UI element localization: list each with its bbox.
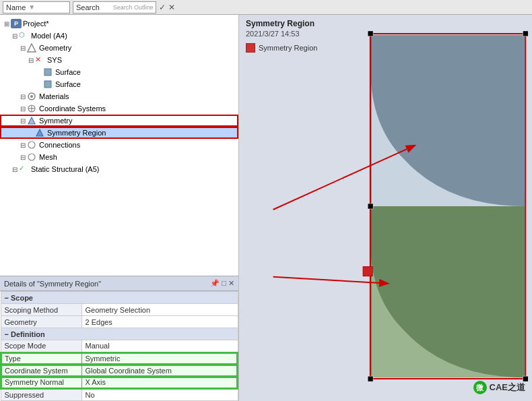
svg-rect-23 — [363, 267, 372, 276]
svg-rect-2 — [44, 81, 51, 88]
details-header: Details of "Symmetry Region" 📌 □ ✕ — [0, 276, 238, 291]
expand-icon[interactable]: ⊞ — [3, 20, 11, 28]
tree-item-geometry[interactable]: ⊟ Geometry — [0, 42, 238, 54]
svg-marker-9 — [36, 129, 43, 136]
svg-point-10 — [28, 142, 35, 148]
tree-item-model[interactable]: ⊟ ⬡ Model (A4) — [0, 30, 238, 42]
tree-area: ⊞ P Project* ⊟ ⬡ Model (A4) ⊟ Geometry — [0, 15, 238, 276]
scope-mode-label: Scope Mode — [1, 340, 81, 352]
search-outline-label: Search Outline — [113, 4, 154, 11]
surface1-icon — [43, 67, 54, 77]
tree-item-label: Geometry — [39, 44, 71, 52]
details-header-icons: 📌 □ ✕ — [210, 279, 234, 288]
tree-item-label: Coordinate Systems — [39, 104, 106, 113]
watermark-text: CAE之道 — [490, 381, 525, 394]
name-dropdown[interactable]: ▼ — [28, 3, 35, 11]
expand-icon[interactable]: ⊟ — [19, 117, 27, 125]
project-icon: P — [11, 19, 22, 28]
restore-icon[interactable]: □ — [222, 279, 226, 288]
viewport: Symmetry Region 2021/3/27 14:53 Symmetry… — [239, 15, 532, 401]
row-scope-mode: Scope Mode Manual — [1, 340, 238, 352]
row-suppressed: Suppressed No — [1, 389, 238, 401]
row-geometry: Geometry 2 Edges — [1, 316, 238, 328]
section-header-label: − Scope — [1, 292, 238, 304]
close-icon[interactable]: ✕ — [168, 3, 175, 12]
svg-rect-22 — [368, 204, 373, 209]
expand-icon[interactable]: ⊟ — [27, 57, 35, 64]
tree-item-connections[interactable]: ⊟ Connections — [0, 139, 238, 151]
symmetry-normal-value: X Axis — [81, 377, 238, 389]
connections-icon — [27, 140, 38, 150]
left-panel: ⊞ P Project* ⊟ ⬡ Model (A4) ⊟ Geometry — [0, 15, 239, 401]
check-icon[interactable]: ✓ — [159, 3, 166, 12]
tree-item-symmetry[interactable]: ⊟ Symmetry — [0, 115, 238, 127]
expand-icon[interactable]: ⊟ — [19, 142, 27, 149]
close-details-icon[interactable]: ✕ — [228, 279, 234, 288]
coord-system-value: Global Coordinate System — [81, 365, 238, 377]
main-area: ⊞ P Project* ⊟ ⬡ Model (A4) ⊟ Geometry — [0, 15, 532, 401]
details-title: Details of "Symmetry Region" — [4, 280, 207, 288]
symregion-icon — [35, 128, 46, 137]
geometry-label: Geometry — [1, 316, 81, 328]
name-box[interactable]: Name ▼ — [3, 1, 70, 13]
expand-icon[interactable]: ⊟ — [19, 44, 27, 52]
expand-icon[interactable]: ⊟ — [11, 166, 19, 173]
row-symmetry-normal: Symmetry Normal X Axis — [1, 377, 238, 389]
tree-item-mesh[interactable]: ⊟ Mesh — [0, 151, 238, 163]
materials-icon — [27, 92, 38, 101]
geometry-icon — [27, 43, 38, 53]
tree-item-surface1[interactable]: Surface — [0, 66, 238, 78]
expand-icon[interactable]: ⊟ — [19, 154, 27, 161]
model-icon: ⬡ — [19, 31, 30, 40]
scope-mode-value: Manual — [81, 340, 238, 352]
scoping-method-label: Scoping Method — [1, 304, 81, 316]
svg-marker-0 — [28, 44, 36, 52]
search-label: Search — [76, 3, 100, 11]
svg-point-4 — [30, 95, 33, 98]
watermark-icon: 微 — [473, 381, 487, 394]
pin-icon[interactable]: 📌 — [210, 279, 220, 288]
tree-item-label: Symmetry Region — [47, 129, 106, 137]
search-box[interactable]: Search Search Outline — [73, 1, 156, 13]
tree-item-label: Static Structural (A5) — [31, 165, 99, 173]
tree-item-label: Mesh — [39, 153, 57, 161]
viewport-svg — [239, 15, 532, 401]
coord-icon — [27, 104, 38, 113]
expand-icon[interactable]: ⊟ — [19, 105, 27, 113]
svg-rect-19 — [523, 31, 528, 36]
name-label: Name — [6, 3, 26, 11]
svg-marker-8 — [28, 117, 35, 124]
tree-item-label: Project* — [23, 20, 49, 28]
tree-item-label: Surface — [55, 80, 81, 88]
coord-system-label: Coordinate System — [1, 365, 81, 377]
svg-rect-20 — [368, 376, 373, 381]
tree-item-static[interactable]: ⊟ ✓ Static Structural (A5) — [0, 163, 238, 175]
tree-item-label: Connections — [39, 141, 80, 149]
toolbar: Name ▼ Search Search Outline ✓ ✕ — [0, 0, 532, 15]
expand-icon[interactable]: ⊟ — [11, 32, 19, 40]
static-icon: ✓ — [19, 164, 30, 174]
suppressed-value: No — [81, 389, 238, 401]
tree-item-label: Symmetry — [39, 117, 73, 125]
sys-icon: ✕ — [35, 55, 46, 65]
section-scope: − Scope — [1, 292, 238, 304]
tree-item-surface2[interactable]: Surface — [0, 78, 238, 90]
tree-item-coord[interactable]: ⊟ Coordinate Systems — [0, 102, 238, 115]
tree-item-materials[interactable]: ⊟ Materials — [0, 90, 238, 102]
tree-item-label: Materials — [39, 92, 69, 100]
row-scoping-method: Scoping Method Geometry Selection — [1, 304, 238, 316]
tree-item-label: Surface — [55, 68, 81, 76]
suppressed-label: Suppressed — [1, 389, 81, 401]
type-value: Symmetric — [81, 352, 238, 365]
symmetry-normal-label: Symmetry Normal — [1, 377, 81, 389]
tree-item-symregion[interactable]: Symmetry Region — [0, 127, 238, 139]
tree-item-sys[interactable]: ⊟ ✕ SYS — [0, 54, 238, 66]
section-definition-label: − Definition — [1, 328, 238, 340]
expand-icon[interactable]: ⊟ — [19, 93, 27, 100]
tree-item-project[interactable]: ⊞ P Project* — [0, 18, 238, 30]
svg-rect-1 — [44, 69, 51, 75]
svg-rect-18 — [368, 31, 373, 36]
watermark: 微 CAE之道 — [473, 381, 525, 394]
details-table: − Scope Scoping Method Geometry Selectio… — [0, 291, 238, 401]
mesh-icon — [27, 152, 38, 162]
